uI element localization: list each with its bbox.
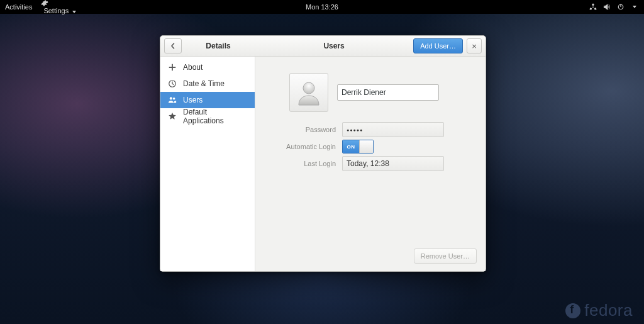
user-avatar-icon	[295, 79, 323, 106]
back-button[interactable]	[164, 38, 182, 53]
users-icon	[168, 96, 177, 104]
last-login-value: Today, 12:38	[347, 159, 389, 168]
clock-icon	[168, 79, 177, 88]
sidebar-item-default-apps[interactable]: Default Applications	[160, 108, 255, 125]
add-user-button[interactable]: Add User…	[413, 38, 463, 53]
sidebar-item-about[interactable]: About	[160, 59, 255, 75]
plus-icon	[168, 63, 177, 72]
panel-title: Details	[182, 42, 255, 50]
clock[interactable]: Mon 13:26	[306, 3, 338, 11]
settings-sidebar: About Date & Time Users Default Applicat…	[160, 57, 255, 271]
user-name-value: Derrik Diener	[341, 88, 386, 97]
toggle-knob	[359, 140, 373, 153]
activities-button[interactable]: Activities	[5, 3, 32, 11]
settings-icon	[41, 0, 48, 7]
password-mask: ●●●●●	[347, 128, 363, 132]
network-icon	[589, 3, 597, 11]
sidebar-item-label: About	[183, 63, 203, 72]
fedora-logo: fedora	[565, 301, 633, 320]
star-icon	[168, 112, 177, 121]
sidebar-item-label: Date & Time	[183, 79, 225, 88]
sidebar-item-label: Default Applications	[183, 108, 247, 125]
settings-window: Details Users Add User… × About Date & T…	[160, 35, 486, 272]
system-status-area[interactable]	[589, 3, 644, 11]
remove-user-button[interactable]: Remove User…	[414, 249, 477, 264]
gnome-top-bar: Activities Settings Mon 13:26	[0, 0, 644, 14]
automatic-login-toggle[interactable]: ON	[342, 140, 374, 154]
sidebar-item-users[interactable]: Users	[160, 92, 255, 108]
app-menu[interactable]: Settings	[41, 0, 76, 14]
automatic-login-label: Automatic Login	[255, 143, 336, 150]
svg-point-8	[303, 82, 314, 94]
last-login-field[interactable]: Today, 12:38	[342, 156, 444, 171]
password-field[interactable]: ●●●●●	[342, 122, 444, 137]
close-button[interactable]: ×	[467, 38, 482, 53]
chevron-down-icon	[633, 6, 636, 8]
fedora-logo-icon	[565, 303, 580, 318]
page-title: Users	[255, 42, 413, 50]
svg-point-1	[590, 8, 592, 10]
desktop-background: Activities Settings Mon 13:26 fedora Det…	[0, 0, 644, 324]
sidebar-item-label: Users	[183, 96, 203, 104]
user-name-field[interactable]: Derrik Diener	[337, 84, 439, 101]
password-label: Password	[255, 126, 336, 133]
avatar[interactable]	[289, 73, 328, 112]
users-panel: Derrik Diener Password ●●●●● Automatic L…	[255, 57, 486, 271]
svg-point-0	[592, 4, 594, 6]
svg-point-7	[173, 98, 175, 100]
toggle-on-label: ON	[343, 140, 359, 153]
sidebar-item-datetime[interactable]: Date & Time	[160, 75, 255, 92]
last-login-label: Last Login	[255, 160, 336, 167]
power-icon	[617, 3, 625, 11]
volume-icon	[603, 3, 611, 11]
svg-point-2	[594, 8, 596, 10]
window-titlebar: Details Users Add User… ×	[160, 36, 486, 57]
chevron-down-icon	[72, 11, 76, 13]
chevron-left-icon	[170, 43, 176, 49]
svg-point-6	[170, 97, 172, 99]
